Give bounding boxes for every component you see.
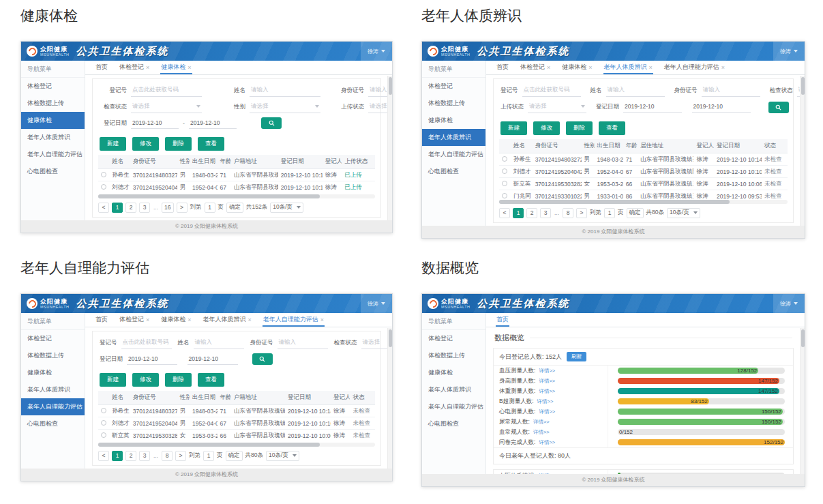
detail-link[interactable]: 详情>> [539,439,555,446]
tab[interactable]: 健康体检× [160,313,192,327]
sidebar-item[interactable]: 健康体检 [21,364,85,381]
page-prev-button[interactable]: < [98,203,109,213]
scrollbar-vertical[interactable] [387,76,392,220]
user-menu[interactable]: 徐涛 [361,42,392,61]
date-input-end[interactable]: 2019-12-10 [188,354,238,365]
sidebar-item[interactable]: 心电图检查 [21,163,85,180]
date-input-start[interactable]: 2019-12-10 [127,354,177,365]
tab-close-icon[interactable]: × [188,317,191,323]
tab-close-icon[interactable]: × [721,65,725,70]
text-input[interactable]: 点击此处获取号码 [121,337,172,349]
goto-confirm-button[interactable]: 确定 [226,451,243,461]
scrollbar-horizontal[interactable] [98,194,375,198]
sidebar-item[interactable]: 体检数据上传 [422,95,485,112]
goto-confirm-button[interactable]: 确定 [226,203,243,213]
radio-button[interactable] [101,420,106,426]
sidebar-item[interactable]: 老年人体质辨识 [21,381,85,398]
sidebar-item[interactable]: 体检数据上传 [422,347,485,364]
detail-link[interactable]: 详情>> [533,429,550,436]
detail-link[interactable]: 详情>> [539,368,555,374]
tab-close-icon[interactable]: × [188,65,191,70]
sidebar-item[interactable]: 体检登记 [422,78,485,95]
detail-link[interactable]: 详情>> [537,398,554,405]
text-input[interactable]: 点击此处获取号码 [522,85,581,97]
select-input[interactable]: 请选择 [528,101,586,113]
table-row[interactable]: 刘德才370124195204042513男1952-04-0467山东省平阴县… [98,417,375,430]
table-row[interactable]: 门兆同370124193301022515男1933-01-0286山东省平阴县… [499,190,788,199]
page-button[interactable]: 3 [139,203,150,213]
tab[interactable]: 体检登记× [520,61,551,74]
action-button[interactable]: 新建 [100,137,126,151]
sidebar-item[interactable]: 健康体检 [21,112,85,129]
per-page-select[interactable]: 10条/页 [270,203,303,213]
page-button[interactable]: 1 [112,451,123,461]
tab[interactable]: 首页 [95,61,108,74]
page-next-button[interactable]: > [177,203,188,213]
tab-close-icon[interactable]: × [547,65,550,70]
text-input[interactable]: 请输入 [250,85,320,97]
page-button[interactable]: 1 [112,203,123,213]
scrollbar-horizontal[interactable] [499,200,788,204]
tab-close-icon[interactable]: × [588,65,592,70]
page-button[interactable]: 2 [125,203,136,213]
search-button[interactable] [261,117,282,129]
sidebar-item[interactable]: 心电图检查 [21,415,85,432]
scrollbar-horizontal[interactable] [98,443,375,447]
per-page-select[interactable]: 10条/页 [667,208,700,218]
table-row[interactable]: 孙希生370124194803272017男1948-03-2771山东省平阴县… [499,153,788,166]
page-button[interactable]: 8 [162,451,173,461]
tab-close-icon[interactable]: × [649,65,653,70]
action-button[interactable]: 新建 [100,373,126,387]
page-prev-button[interactable]: < [499,208,510,218]
user-menu[interactable]: 徐涛 [361,294,392,313]
refresh-button[interactable]: 刷新 [567,352,586,361]
action-button[interactable]: 删除 [165,373,192,387]
page-button[interactable]: 2 [125,451,136,461]
tab[interactable]: 老年人体质辨识× [203,313,252,327]
search-button[interactable] [252,353,273,365]
user-menu[interactable]: 徐涛 [773,294,805,313]
page-button[interactable]: 1 [513,208,524,218]
radio-button[interactable] [101,432,106,438]
action-button[interactable]: 删除 [566,121,593,135]
detail-link[interactable]: 详情>> [539,409,555,415]
text-input[interactable]: 请输入 [702,85,760,97]
detail-link[interactable]: 详情>> [533,419,550,426]
per-page-select[interactable]: 10条/页 [266,451,299,461]
tab[interactable]: 老年人自理能力评估× [663,61,725,74]
tab[interactable]: 健康体检× [561,61,593,74]
radio-button[interactable] [502,168,507,174]
sidebar-item[interactable]: 体检登记 [422,330,485,347]
action-button[interactable]: 查看 [198,137,224,151]
sidebar-item[interactable]: 体检登记 [21,78,85,95]
tab[interactable]: 体检登记× [119,61,150,74]
table-row[interactable]: 靳立英370124195303282029女1953-03-2866山东省平阴县… [98,430,375,442]
tab-close-icon[interactable]: × [146,65,149,70]
goto-page-input[interactable]: 1 [203,451,214,461]
action-button[interactable]: 查看 [198,373,224,387]
date-input-start[interactable]: 2019-12-10 [623,102,682,113]
page-prev-button[interactable]: < [98,451,109,461]
scrollbar-vertical[interactable] [800,76,805,226]
page-button[interactable]: 3 [139,451,150,461]
goto-page-input[interactable]: 1 [604,208,615,218]
tab[interactable]: 体检登记× [119,313,150,327]
sidebar-item[interactable]: 健康体检 [422,112,485,129]
goto-page-input[interactable]: 1 [205,203,215,213]
sidebar-item[interactable]: 健康体检 [422,364,485,381]
tab[interactable]: 老年人体质辨识× [603,61,653,74]
tab[interactable]: 老年人自理能力评估× [263,313,325,327]
sidebar-item[interactable]: 老年人体质辨识 [422,381,485,398]
text-input[interactable]: 请输入 [278,337,328,349]
sidebar-item[interactable]: 体检登记 [21,330,85,347]
text-input[interactable]: 请输入 [606,85,665,97]
radio-button[interactable] [101,184,106,190]
sidebar-item[interactable]: 体检数据上传 [21,95,85,112]
page-button[interactable]: 16 [162,203,173,213]
action-button[interactable]: 查看 [599,121,625,135]
date-input-end[interactable]: 2019-12-10 [692,102,751,113]
sidebar-item[interactable]: 老年人体质辨识 [21,129,85,146]
page-button[interactable]: 2 [526,208,537,218]
table-row[interactable]: 刘德才370124195204042513男1952-04-0467山东省平阴县… [499,166,788,178]
page-next-button[interactable]: > [576,208,587,218]
